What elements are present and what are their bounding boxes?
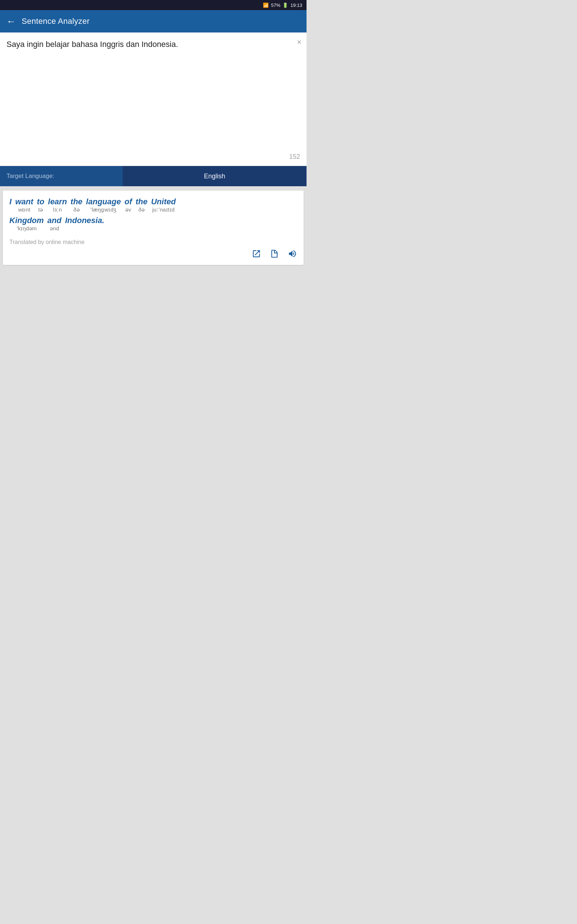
word-phonetic: ðə (73, 207, 79, 213)
word-translated: want (15, 197, 33, 207)
word-phonetic: əv (125, 207, 131, 213)
target-language-bar[interactable]: Target Language: English (0, 166, 306, 186)
word-phonetic: tə (38, 207, 43, 213)
target-label-text: Target Language: (6, 173, 54, 180)
word-phonetic: ənd (50, 225, 59, 232)
word-group[interactable]: wantwɒnt (15, 197, 33, 213)
word-phonetic: ˈkɪŋdəm (16, 225, 37, 232)
clear-button[interactable]: × (297, 37, 301, 47)
page-title: Sentence Analyzer (22, 16, 90, 26)
word-phonetic: lɜːn (53, 207, 62, 213)
target-language-selector[interactable]: English (122, 166, 306, 186)
input-text[interactable]: Saya ingin belajar bahasa Inggris dan In… (6, 39, 291, 50)
word-translated: of (124, 197, 132, 207)
word-translated: the (71, 197, 82, 207)
word-translated: the (135, 197, 148, 207)
word-group[interactable]: ofəv (124, 197, 132, 213)
word-translated: United (151, 197, 176, 207)
app-bar: ← Sentence Analyzer (0, 10, 306, 32)
word-group[interactable]: Kingdomˈkɪŋdəm (10, 216, 44, 232)
external-link-icon[interactable] (252, 249, 261, 261)
char-count: 152 (289, 153, 300, 161)
word-translated: Indonesia. (65, 216, 104, 225)
word-translated: to (37, 197, 44, 207)
word-translated: language (86, 197, 121, 207)
word-phonetic: ðə (139, 207, 145, 213)
wifi-icon: 📶 (263, 3, 269, 8)
translation-actions (10, 249, 297, 261)
word-group[interactable]: totə (37, 197, 44, 213)
word-translated: I (10, 197, 11, 207)
word-group[interactable]: learnlɜːn (48, 197, 67, 213)
word-translated: Kingdom (10, 216, 44, 225)
clock: 19:13 (290, 3, 302, 8)
translation-text: Iwantwɒnttotəlearnlɜːntheðəlanguageˈlæŋɡ… (10, 197, 297, 234)
word-translated: and (47, 216, 61, 225)
word-group[interactable]: I (10, 197, 11, 213)
word-phonetic: ˈlæŋɡwɪdʒ (90, 207, 116, 213)
word-group[interactable]: Unitedjuːˈnaɪtɪd (151, 197, 176, 213)
input-area[interactable]: Saya ingin belajar bahasa Inggris dan In… (0, 32, 306, 166)
word-group[interactable]: languageˈlæŋɡwɪdʒ (86, 197, 121, 213)
word-translated: learn (48, 197, 67, 207)
translation-source: Translated by online machine (10, 239, 297, 246)
word-group[interactable]: andənd (47, 216, 61, 232)
speaker-icon[interactable] (288, 249, 297, 261)
status-bar: 📶 57% 🔋 19:13 (0, 0, 306, 10)
target-language-text: English (204, 173, 225, 180)
battery-percentage: 57% (271, 3, 280, 8)
document-icon[interactable] (270, 249, 279, 261)
translation-card: Iwantwɒnttotəlearnlɜːntheðəlanguageˈlæŋɡ… (3, 191, 304, 265)
word-phonetic: wɒnt (18, 207, 30, 213)
word-group[interactable]: theðə (71, 197, 82, 213)
word-group[interactable]: Indonesia. (65, 216, 104, 232)
word-phonetic: juːˈnaɪtɪd (152, 207, 174, 213)
target-label: Target Language: (0, 166, 122, 186)
back-button[interactable]: ← (6, 16, 16, 27)
word-group[interactable]: theðə (135, 197, 148, 213)
battery-icon: 🔋 (282, 3, 288, 8)
